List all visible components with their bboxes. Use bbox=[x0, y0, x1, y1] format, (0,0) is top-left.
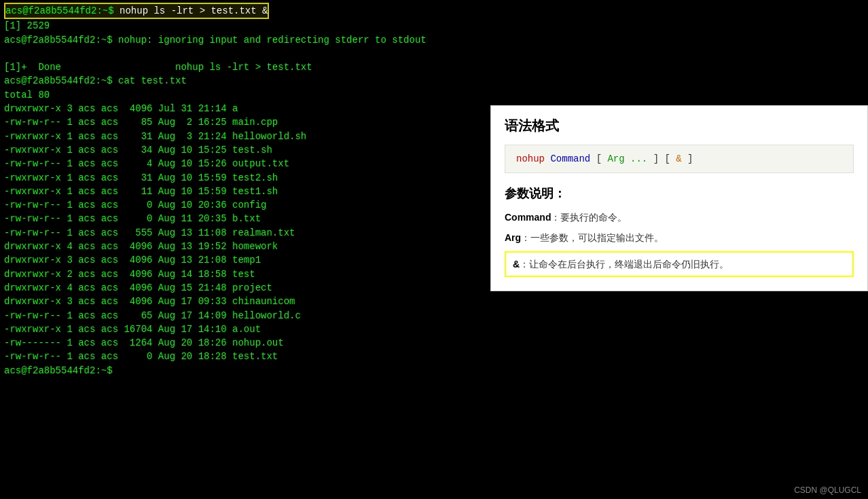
ls-line-1: drwxrwxr-x 3 acs acs 4096 Jul 31 21:14 a bbox=[4, 103, 238, 114]
sidebar-panel: 语法格式 nohup Command [ Arg ... ] [ & ] 参数说… bbox=[490, 105, 868, 291]
ls-line-19: -rw-rw-r-- 1 acs acs 0 Aug 20 18:28 test… bbox=[4, 351, 278, 362]
param-command: Command：要执行的命令。 bbox=[505, 210, 854, 225]
syntax-command: Command bbox=[550, 153, 590, 164]
ls-line-6: -rwxrwxr-x 1 acs acs 31 Aug 10 15:59 tes… bbox=[4, 172, 278, 183]
param-arg: Arg：一些参数，可以指定输出文件。 bbox=[505, 230, 854, 245]
ls-line-11: drwxrwxr-x 4 acs acs 4096 Aug 13 19:52 h… bbox=[4, 241, 278, 252]
params-title: 参数说明： bbox=[505, 185, 854, 202]
param-command-sep: ： bbox=[551, 212, 560, 223]
param-command-key: Command bbox=[505, 212, 551, 223]
total-line: total 80 bbox=[4, 90, 50, 100]
ls-line-4: -rwxrwxr-x 1 acs acs 34 Aug 10 15:25 tes… bbox=[4, 145, 272, 155]
param-amp-sep: ： bbox=[520, 259, 529, 270]
ls-line-18: -rw------- 1 acs acs 1264 Aug 20 18:26 n… bbox=[4, 337, 284, 348]
ls-line-16: -rw-rw-r-- 1 acs acs 65 Aug 17 14:09 hel… bbox=[4, 310, 301, 321]
param-arg-key: Arg bbox=[505, 232, 521, 243]
param-arg-sep: ： bbox=[521, 232, 530, 243]
ls-line-12: drwxrwxr-x 3 acs acs 4096 Aug 13 21:08 t… bbox=[4, 255, 261, 265]
ls-line-14: drwxrwxr-x 4 acs acs 4096 Aug 15 21:48 p… bbox=[4, 282, 272, 293]
param-amp-key: & bbox=[513, 259, 520, 270]
syntax-bracket3: ] bbox=[687, 153, 693, 164]
cat-command: acs@f2a8b5544fd2:~$ cat test.txt bbox=[4, 75, 187, 86]
nohup-msg: acs@f2a8b5544fd2:~$ nohup: ignoring inpu… bbox=[4, 35, 427, 45]
syntax-bracket1: [ bbox=[596, 153, 608, 164]
syntax-nohup: nohup bbox=[516, 153, 545, 164]
param-arg-desc: 一些参数，可以指定输出文件。 bbox=[530, 232, 664, 243]
final-prompt: acs@f2a8b5544fd2:~$ bbox=[4, 365, 118, 376]
syntax-box: nohup Command [ Arg ... ] [ & ] bbox=[505, 145, 854, 173]
syntax-title: 语法格式 bbox=[505, 117, 854, 135]
ls-line-15: drwxrwxr-x 3 acs acs 4096 Aug 17 09:33 c… bbox=[4, 296, 295, 307]
ls-line-10: -rw-rw-r-- 1 acs acs 555 Aug 13 11:08 re… bbox=[4, 227, 295, 238]
syntax-arg: Arg ... bbox=[607, 153, 647, 164]
param-amp: &：让命令在后台执行，终端退出后命令仍旧执行。 bbox=[505, 251, 854, 277]
job-line: [1] 2529 bbox=[4, 20, 50, 31]
highlighted-command: acs@f2a8b5544fd2:~$ nohup ls -lrt > test… bbox=[4, 3, 269, 19]
watermark: CSDN @QLUGCL bbox=[794, 485, 861, 495]
ls-line-2: -rw-rw-r-- 1 acs acs 85 Aug 2 16:25 main… bbox=[4, 117, 278, 128]
done-line: [1]+ Done nohup ls -lrt > test.txt bbox=[4, 62, 312, 73]
ls-line-3: -rwxrwxr-x 1 acs acs 31 Aug 3 21:24 hell… bbox=[4, 131, 306, 142]
param-amp-desc: 让命令在后台执行，终端退出后命令仍旧执行。 bbox=[529, 259, 729, 270]
syntax-amp-code: & bbox=[676, 153, 681, 164]
ls-line-7: -rwxrwxr-x 1 acs acs 11 Aug 10 15:59 tes… bbox=[4, 186, 278, 197]
ls-line-9: -rw-rw-r-- 1 acs acs 0 Aug 11 20:35 b.tx… bbox=[4, 213, 261, 224]
syntax-bracket2: ] [ bbox=[653, 153, 676, 164]
param-command-desc: 要执行的命令。 bbox=[560, 212, 627, 223]
ls-line-5: -rw-rw-r-- 1 acs acs 4 Aug 10 15:26 outp… bbox=[4, 158, 289, 169]
ls-line-8: -rw-rw-r-- 1 acs acs 0 Aug 10 20:36 conf… bbox=[4, 200, 266, 210]
ls-line-13: drwxrwxr-x 2 acs acs 4096 Aug 14 18:58 t… bbox=[4, 269, 255, 280]
ls-line-17: -rwxrwxr-x 1 acs acs 16704 Aug 17 14:10 … bbox=[4, 324, 261, 335]
